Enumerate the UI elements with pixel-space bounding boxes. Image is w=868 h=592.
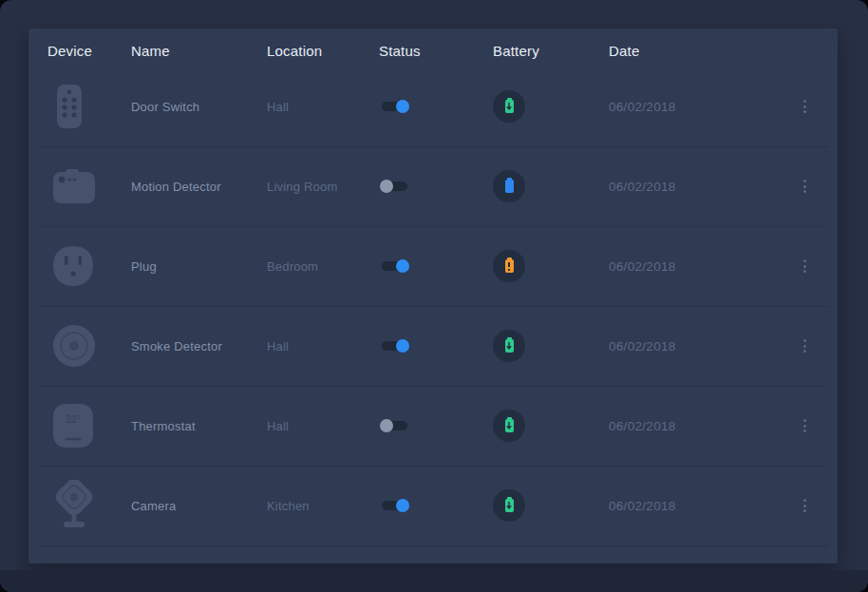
- table-row: Camera Kitchen 06/02/2018: [28, 466, 838, 545]
- toggle-knob: [380, 180, 393, 193]
- device-date: 06/02/2018: [609, 180, 790, 194]
- column-header-battery: Battery: [493, 43, 609, 59]
- battery-charging-icon: [506, 422, 512, 430]
- toggle-knob: [396, 499, 409, 512]
- toggle-knob: [396, 259, 409, 273]
- row-menu-button[interactable]: [790, 176, 819, 197]
- remote-icon: [47, 82, 131, 131]
- row-menu-button[interactable]: [790, 335, 819, 356]
- battery-alert-icon: [508, 262, 510, 271]
- device-date: 06/02/2018: [609, 499, 790, 513]
- status-toggle[interactable]: [382, 421, 407, 430]
- device-name: Motion Detector: [131, 180, 267, 194]
- status-toggle[interactable]: [382, 181, 407, 191]
- thermostat-temp-label: 32°: [66, 413, 82, 425]
- battery-charging-icon: [506, 103, 512, 110]
- camera-icon: [47, 480, 131, 531]
- motion-detector-icon: [47, 165, 131, 207]
- status-toggle[interactable]: [382, 501, 407, 510]
- device-name: Plug: [131, 259, 267, 274]
- device-location: Hall: [267, 419, 379, 433]
- battery-badge: [493, 489, 525, 522]
- device-date: 06/02/2018: [609, 419, 790, 433]
- battery-badge: [493, 410, 525, 442]
- toggle-knob: [396, 100, 409, 113]
- device-name: Thermostat: [131, 419, 267, 433]
- plug-icon: [47, 244, 131, 288]
- table-row: Plug Bedroom 06/02/2018: [28, 226, 838, 306]
- device-location: Living Room: [267, 180, 379, 194]
- bottom-bar: [0, 570, 868, 592]
- column-header-name: Name: [131, 43, 267, 59]
- status-toggle[interactable]: [382, 261, 407, 271]
- device-location: Kitchen: [267, 499, 379, 513]
- table-row: Door Switch Hall 06/02/2018: [28, 67, 838, 146]
- status-toggle[interactable]: [382, 102, 407, 111]
- row-menu-button[interactable]: [790, 96, 819, 117]
- row-menu-button[interactable]: [790, 256, 819, 277]
- device-name: Door Switch: [131, 100, 267, 114]
- app-background: Device Name Location Status Battery Date…: [0, 0, 868, 592]
- battery-badge: [493, 90, 525, 123]
- device-table-card: Device Name Location Status Battery Date…: [28, 29, 838, 563]
- battery-badge: [493, 250, 525, 282]
- device-location: Hall: [267, 100, 379, 114]
- device-name: Smoke Detector: [131, 339, 267, 353]
- thermostat-icon: 32°: [47, 402, 131, 449]
- column-header-device: Device: [47, 43, 131, 59]
- device-date: 06/02/2018: [609, 259, 790, 274]
- battery-badge: [493, 330, 525, 362]
- table-header: Device Name Location Status Battery Date: [28, 29, 838, 67]
- column-header-status: Status: [379, 43, 493, 59]
- battery-badge: [493, 170, 525, 202]
- toggle-knob: [396, 339, 409, 353]
- battery-charging-icon: [506, 342, 512, 350]
- battery-charging-icon: [506, 502, 512, 509]
- column-header-location: Location: [267, 43, 379, 59]
- device-location: Hall: [267, 339, 379, 353]
- status-toggle[interactable]: [382, 341, 407, 351]
- table-row: Motion Detector Living Room 06/02/2018: [28, 146, 838, 226]
- device-name: Camera: [131, 499, 267, 513]
- row-menu-button[interactable]: [790, 495, 819, 516]
- device-date: 06/02/2018: [609, 100, 790, 114]
- device-location: Bedroom: [267, 259, 379, 274]
- smoke-detector-icon: [47, 323, 131, 369]
- table-row: 32° Thermostat Hall 06/02/2018: [28, 386, 838, 466]
- device-date: 06/02/2018: [609, 339, 790, 353]
- column-header-date: Date: [609, 43, 790, 59]
- row-menu-button[interactable]: [790, 415, 819, 436]
- table-row: Smoke Detector Hall 06/02/2018: [28, 306, 838, 386]
- toggle-knob: [380, 419, 393, 432]
